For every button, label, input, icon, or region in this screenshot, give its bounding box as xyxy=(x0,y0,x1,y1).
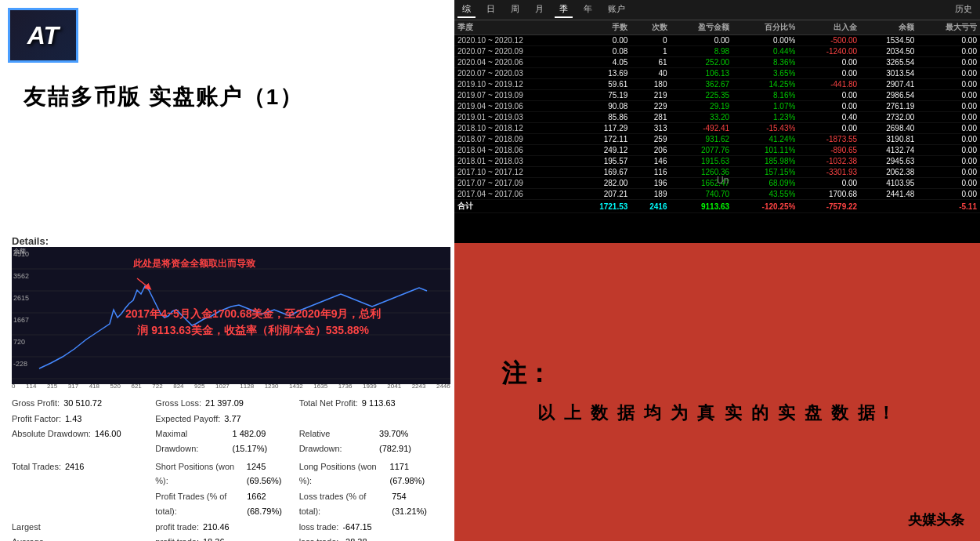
stats-grid: Gross Profit: 30 510.72 Gross Loss: 21 3… xyxy=(0,392,454,541)
loss-trades-label: Loss trades (% of total): xyxy=(299,489,389,518)
short-pos-value: 1245 (69.56%) xyxy=(247,459,299,488)
rel-drawdown-label: Relative Drawdown: xyxy=(299,427,375,456)
table-row: 2019.07 ~ 2019.09 75.19 219 225.35 8.16%… xyxy=(454,90,980,101)
total-net-profit-label: Total Net Profit: xyxy=(299,396,358,411)
profit-trades-value: 1662 (68.79%) xyxy=(247,489,298,518)
col-pct: 百分比% xyxy=(732,20,798,35)
svg-text:余额: 余额 xyxy=(13,248,26,255)
svg-text:3562: 3562 xyxy=(13,272,29,280)
avg-profit-trade-label: profit trade: xyxy=(155,535,199,541)
long-pos-value: 1171 (67.98%) xyxy=(390,459,443,488)
note-text: 以 上 数 据 均 为 真 实 的 实 盘 数 据！ xyxy=(537,399,897,427)
total-trades-value: 2416 xyxy=(65,459,84,488)
table-row: 2020.07 ~ 2020.03 13.69 40 106.13 3.65% … xyxy=(454,68,980,79)
avg-profit-trade-value: 18.36 xyxy=(203,535,225,541)
loss-trades-value: 754 (31.21%) xyxy=(392,489,443,518)
table-row: 2019.01 ~ 2019.03 85.86 281 33.20 1.23% … xyxy=(454,112,980,123)
tab-week[interactable]: 周 xyxy=(506,2,524,18)
tab-year[interactable]: 年 xyxy=(579,2,597,18)
largest-label: Largest xyxy=(12,520,41,535)
table-row: 2019.04 ~ 2019.06 90.08 229 29.19 1.07% … xyxy=(454,101,980,112)
details-label: Details: xyxy=(12,235,49,247)
col-balance: 余额 xyxy=(860,20,917,35)
summary-pnl: 9113.63 xyxy=(671,200,733,213)
gross-loss-value: 21 397.09 xyxy=(205,396,244,411)
summary-deposit: -7579.22 xyxy=(798,200,860,213)
logo-box: AT xyxy=(8,8,78,63)
gross-profit-value: 30 510.72 xyxy=(63,396,102,411)
tab-overview[interactable]: 综 xyxy=(457,2,476,18)
summary-count: 2416 xyxy=(631,200,670,213)
chart-x-labels: 0114215317418 520621722824925 1027112812… xyxy=(12,383,450,390)
table-row: 2018.01 ~ 2018.03 195.57 146 1915.63 185… xyxy=(454,156,980,167)
summary-trades: 1721.53 xyxy=(573,200,631,213)
gross-profit-label: Gross Profit: xyxy=(12,396,60,411)
svg-text:1667: 1667 xyxy=(13,316,29,324)
svg-text:720: 720 xyxy=(13,338,25,346)
chart-annotation-withdraw: 此处是将资金全额取出而导致 xyxy=(133,257,255,270)
avg-loss-trade-label: loss trade: xyxy=(299,535,339,541)
media-label: 央媒头条 xyxy=(908,510,964,529)
table-row: 2018.04 ~ 2018.06 249.12 206 2077.76 101… xyxy=(454,145,980,156)
average-label: Average xyxy=(12,535,44,541)
summary-row: 合计 1721.53 2416 9113.63 -120.25% -7579.2… xyxy=(454,200,980,213)
col-maxdd: 最大亏亏 xyxy=(917,20,980,35)
max-drawdown-value: 1 482.09 (15.17%) xyxy=(233,427,299,456)
total-trades-label: Total Trades: xyxy=(12,459,61,488)
tab-bar: 综 日 周 月 季 年 账户 历史 xyxy=(454,0,980,20)
page-title: 友喆多币版 实盘账户（1） xyxy=(24,82,303,112)
un-text: Un xyxy=(717,175,729,186)
svg-text:-228: -228 xyxy=(13,360,27,368)
col-trades: 手数 xyxy=(573,20,631,35)
long-pos-label: Long Positions (won %): xyxy=(299,459,386,488)
profit-trade-value: 210.46 xyxy=(203,520,230,535)
table-row: 2020.04 ~ 2020.06 4.05 61 252.00 8.36% 0… xyxy=(454,57,980,68)
table-row: 2018.07 ~ 2018.09 172.11 259 931.62 41.2… xyxy=(454,134,980,145)
avg-loss-trade-value: -28.38 xyxy=(342,535,367,541)
summary-maxdd: -5.11 xyxy=(917,200,980,213)
col-deposit: 出入金 xyxy=(798,20,860,35)
note-title: 注： xyxy=(501,359,551,387)
rel-drawdown-value: 39.70% (782.91) xyxy=(379,427,443,456)
main-panel: AT 友喆多币版 实盘账户（1） Details: 4510 3562 2615… xyxy=(0,0,454,541)
tab-account[interactable]: 账户 xyxy=(603,2,630,18)
chart-annotation-main: 2017年4~5月入金1700.68美金，至2020年9月，总利 润 9113.… xyxy=(125,306,381,339)
tab-day[interactable]: 日 xyxy=(482,2,500,18)
note-panel: 注： 以 上 数 据 均 为 真 实 的 实 盘 数 据！ 央媒头条 xyxy=(454,243,980,541)
loss-trade-label: loss trade: xyxy=(299,520,339,535)
summary-pct: -120.25% xyxy=(732,200,798,213)
col-period: 季度 xyxy=(454,20,573,35)
table-row: 2019.10 ~ 2019.12 59.61 180 362.67 14.25… xyxy=(454,79,980,90)
max-drawdown-label: Maximal Drawdown: xyxy=(155,427,228,456)
short-pos-label: Short Positions (won %): xyxy=(155,459,243,488)
logo-area: AT xyxy=(8,8,86,71)
trading-panel: 综 日 周 月 季 年 账户 历史 季度 手数 次数 盈亏金额 百分比% 出入金… xyxy=(454,0,980,243)
profit-factor-value: 1.43 xyxy=(65,412,81,427)
svg-text:2615: 2615 xyxy=(13,294,29,302)
profit-trades-label: Profit Trades (% of total): xyxy=(155,489,243,518)
loss-trade-value: -647.15 xyxy=(342,520,371,535)
summary-label: 合计 xyxy=(454,200,573,213)
table-row: 2017.04 ~ 2017.06 207.21 189 740.70 43.5… xyxy=(454,189,980,200)
table-row: 2018.10 ~ 2018.12 117.29 313 -492.41 -15… xyxy=(454,123,980,134)
logo-text: AT xyxy=(27,21,59,50)
expected-payoff-value: 3.77 xyxy=(224,412,240,427)
gross-loss-label: Gross Loss: xyxy=(155,396,201,411)
tab-history[interactable]: 历史 xyxy=(950,2,977,18)
expected-payoff-label: Expected Payoff: xyxy=(155,412,220,427)
profit-trade-label: profit trade: xyxy=(155,520,199,535)
tab-month[interactable]: 月 xyxy=(530,2,548,18)
total-net-profit-value: 9 113.63 xyxy=(362,396,396,411)
col-pnl: 盈亏金额 xyxy=(671,20,733,35)
col-count: 次数 xyxy=(631,20,670,35)
summary-balance xyxy=(860,200,917,213)
tab-quarter[interactable]: 季 xyxy=(555,2,573,18)
table-row: 2020.10 ~ 2020.12 0.00 0 0.00 0.00% -500… xyxy=(454,35,980,46)
abs-drawdown-value: 146.00 xyxy=(95,427,121,456)
table-row: 2020.07 ~ 2020.09 0.08 1 8.98 0.44% -124… xyxy=(454,46,980,57)
profit-factor-label: Profit Factor: xyxy=(12,412,61,427)
abs-drawdown-label: Absolute Drawdown: xyxy=(12,427,91,456)
